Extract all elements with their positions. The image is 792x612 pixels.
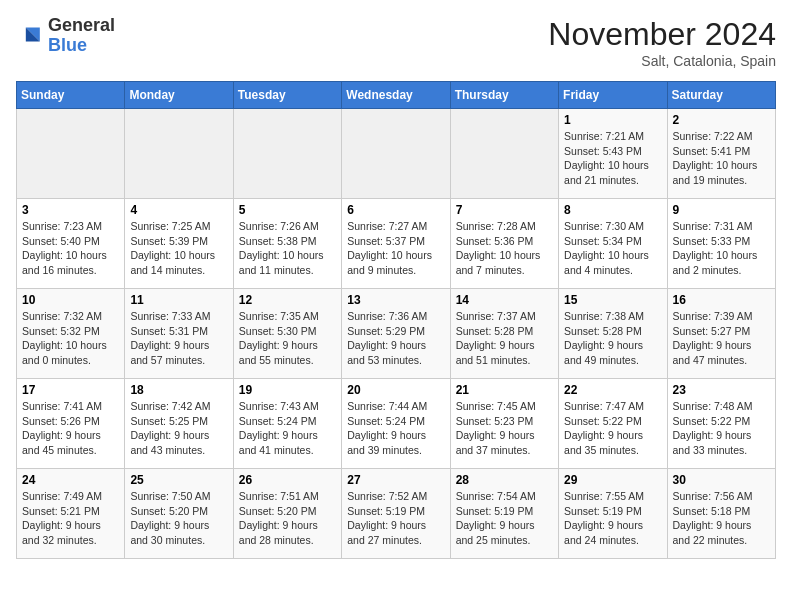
calendar-cell bbox=[450, 109, 558, 199]
day-number: 11 bbox=[130, 293, 227, 307]
day-number: 24 bbox=[22, 473, 119, 487]
day-info: Sunrise: 7:43 AMSunset: 5:24 PMDaylight:… bbox=[239, 400, 319, 456]
day-number: 30 bbox=[673, 473, 770, 487]
calendar-week-row: 3Sunrise: 7:23 AMSunset: 5:40 PMDaylight… bbox=[17, 199, 776, 289]
day-number: 18 bbox=[130, 383, 227, 397]
calendar-cell: 20Sunrise: 7:44 AMSunset: 5:24 PMDayligh… bbox=[342, 379, 450, 469]
weekday-header: Tuesday bbox=[233, 82, 341, 109]
weekday-header: Thursday bbox=[450, 82, 558, 109]
logo: General Blue bbox=[16, 16, 115, 56]
calendar-cell: 16Sunrise: 7:39 AMSunset: 5:27 PMDayligh… bbox=[667, 289, 775, 379]
day-number: 16 bbox=[673, 293, 770, 307]
calendar-cell: 14Sunrise: 7:37 AMSunset: 5:28 PMDayligh… bbox=[450, 289, 558, 379]
calendar-cell: 15Sunrise: 7:38 AMSunset: 5:28 PMDayligh… bbox=[559, 289, 667, 379]
day-info: Sunrise: 7:41 AMSunset: 5:26 PMDaylight:… bbox=[22, 400, 102, 456]
calendar-cell: 3Sunrise: 7:23 AMSunset: 5:40 PMDaylight… bbox=[17, 199, 125, 289]
calendar-week-row: 1Sunrise: 7:21 AMSunset: 5:43 PMDaylight… bbox=[17, 109, 776, 199]
day-info: Sunrise: 7:47 AMSunset: 5:22 PMDaylight:… bbox=[564, 400, 644, 456]
calendar: SundayMondayTuesdayWednesdayThursdayFrid… bbox=[16, 81, 776, 559]
day-number: 25 bbox=[130, 473, 227, 487]
day-number: 4 bbox=[130, 203, 227, 217]
day-info: Sunrise: 7:50 AMSunset: 5:20 PMDaylight:… bbox=[130, 490, 210, 546]
day-number: 29 bbox=[564, 473, 661, 487]
day-number: 26 bbox=[239, 473, 336, 487]
day-info: Sunrise: 7:54 AMSunset: 5:19 PMDaylight:… bbox=[456, 490, 536, 546]
day-info: Sunrise: 7:27 AMSunset: 5:37 PMDaylight:… bbox=[347, 220, 432, 276]
day-number: 15 bbox=[564, 293, 661, 307]
calendar-cell: 25Sunrise: 7:50 AMSunset: 5:20 PMDayligh… bbox=[125, 469, 233, 559]
day-info: Sunrise: 7:25 AMSunset: 5:39 PMDaylight:… bbox=[130, 220, 215, 276]
day-number: 14 bbox=[456, 293, 553, 307]
calendar-cell: 9Sunrise: 7:31 AMSunset: 5:33 PMDaylight… bbox=[667, 199, 775, 289]
calendar-cell: 17Sunrise: 7:41 AMSunset: 5:26 PMDayligh… bbox=[17, 379, 125, 469]
day-info: Sunrise: 7:32 AMSunset: 5:32 PMDaylight:… bbox=[22, 310, 107, 366]
calendar-cell bbox=[17, 109, 125, 199]
title-area: November 2024 Salt, Catalonia, Spain bbox=[548, 16, 776, 69]
day-info: Sunrise: 7:48 AMSunset: 5:22 PMDaylight:… bbox=[673, 400, 753, 456]
calendar-cell: 7Sunrise: 7:28 AMSunset: 5:36 PMDaylight… bbox=[450, 199, 558, 289]
logo-icon bbox=[16, 22, 44, 50]
day-number: 7 bbox=[456, 203, 553, 217]
day-info: Sunrise: 7:26 AMSunset: 5:38 PMDaylight:… bbox=[239, 220, 324, 276]
day-info: Sunrise: 7:33 AMSunset: 5:31 PMDaylight:… bbox=[130, 310, 210, 366]
calendar-cell: 2Sunrise: 7:22 AMSunset: 5:41 PMDaylight… bbox=[667, 109, 775, 199]
calendar-cell bbox=[125, 109, 233, 199]
location: Salt, Catalonia, Spain bbox=[548, 53, 776, 69]
calendar-cell: 22Sunrise: 7:47 AMSunset: 5:22 PMDayligh… bbox=[559, 379, 667, 469]
calendar-cell: 29Sunrise: 7:55 AMSunset: 5:19 PMDayligh… bbox=[559, 469, 667, 559]
calendar-week-row: 10Sunrise: 7:32 AMSunset: 5:32 PMDayligh… bbox=[17, 289, 776, 379]
day-number: 5 bbox=[239, 203, 336, 217]
day-number: 17 bbox=[22, 383, 119, 397]
day-number: 20 bbox=[347, 383, 444, 397]
calendar-cell: 1Sunrise: 7:21 AMSunset: 5:43 PMDaylight… bbox=[559, 109, 667, 199]
day-number: 1 bbox=[564, 113, 661, 127]
day-number: 3 bbox=[22, 203, 119, 217]
day-number: 27 bbox=[347, 473, 444, 487]
day-info: Sunrise: 7:30 AMSunset: 5:34 PMDaylight:… bbox=[564, 220, 649, 276]
logo-general: General bbox=[48, 16, 115, 36]
day-info: Sunrise: 7:36 AMSunset: 5:29 PMDaylight:… bbox=[347, 310, 427, 366]
calendar-header: SundayMondayTuesdayWednesdayThursdayFrid… bbox=[17, 82, 776, 109]
day-number: 2 bbox=[673, 113, 770, 127]
calendar-week-row: 24Sunrise: 7:49 AMSunset: 5:21 PMDayligh… bbox=[17, 469, 776, 559]
weekday-header: Wednesday bbox=[342, 82, 450, 109]
day-info: Sunrise: 7:55 AMSunset: 5:19 PMDaylight:… bbox=[564, 490, 644, 546]
calendar-cell: 19Sunrise: 7:43 AMSunset: 5:24 PMDayligh… bbox=[233, 379, 341, 469]
day-number: 13 bbox=[347, 293, 444, 307]
day-number: 8 bbox=[564, 203, 661, 217]
day-info: Sunrise: 7:22 AMSunset: 5:41 PMDaylight:… bbox=[673, 130, 758, 186]
day-number: 12 bbox=[239, 293, 336, 307]
day-info: Sunrise: 7:38 AMSunset: 5:28 PMDaylight:… bbox=[564, 310, 644, 366]
calendar-cell: 10Sunrise: 7:32 AMSunset: 5:32 PMDayligh… bbox=[17, 289, 125, 379]
calendar-cell: 12Sunrise: 7:35 AMSunset: 5:30 PMDayligh… bbox=[233, 289, 341, 379]
calendar-cell: 28Sunrise: 7:54 AMSunset: 5:19 PMDayligh… bbox=[450, 469, 558, 559]
logo-blue: Blue bbox=[48, 36, 115, 56]
day-info: Sunrise: 7:39 AMSunset: 5:27 PMDaylight:… bbox=[673, 310, 753, 366]
calendar-cell: 27Sunrise: 7:52 AMSunset: 5:19 PMDayligh… bbox=[342, 469, 450, 559]
weekday-row: SundayMondayTuesdayWednesdayThursdayFrid… bbox=[17, 82, 776, 109]
day-info: Sunrise: 7:35 AMSunset: 5:30 PMDaylight:… bbox=[239, 310, 319, 366]
calendar-cell: 21Sunrise: 7:45 AMSunset: 5:23 PMDayligh… bbox=[450, 379, 558, 469]
weekday-header: Monday bbox=[125, 82, 233, 109]
day-info: Sunrise: 7:45 AMSunset: 5:23 PMDaylight:… bbox=[456, 400, 536, 456]
day-info: Sunrise: 7:44 AMSunset: 5:24 PMDaylight:… bbox=[347, 400, 427, 456]
weekday-header: Friday bbox=[559, 82, 667, 109]
calendar-cell bbox=[233, 109, 341, 199]
calendar-week-row: 17Sunrise: 7:41 AMSunset: 5:26 PMDayligh… bbox=[17, 379, 776, 469]
day-number: 6 bbox=[347, 203, 444, 217]
day-info: Sunrise: 7:28 AMSunset: 5:36 PMDaylight:… bbox=[456, 220, 541, 276]
weekday-header: Saturday bbox=[667, 82, 775, 109]
day-info: Sunrise: 7:42 AMSunset: 5:25 PMDaylight:… bbox=[130, 400, 210, 456]
day-number: 28 bbox=[456, 473, 553, 487]
calendar-cell bbox=[342, 109, 450, 199]
calendar-cell: 13Sunrise: 7:36 AMSunset: 5:29 PMDayligh… bbox=[342, 289, 450, 379]
calendar-cell: 8Sunrise: 7:30 AMSunset: 5:34 PMDaylight… bbox=[559, 199, 667, 289]
day-number: 9 bbox=[673, 203, 770, 217]
calendar-cell: 5Sunrise: 7:26 AMSunset: 5:38 PMDaylight… bbox=[233, 199, 341, 289]
calendar-cell: 18Sunrise: 7:42 AMSunset: 5:25 PMDayligh… bbox=[125, 379, 233, 469]
day-info: Sunrise: 7:49 AMSunset: 5:21 PMDaylight:… bbox=[22, 490, 102, 546]
day-info: Sunrise: 7:51 AMSunset: 5:20 PMDaylight:… bbox=[239, 490, 319, 546]
logo-text: General Blue bbox=[48, 16, 115, 56]
calendar-body: 1Sunrise: 7:21 AMSunset: 5:43 PMDaylight… bbox=[17, 109, 776, 559]
weekday-header: Sunday bbox=[17, 82, 125, 109]
